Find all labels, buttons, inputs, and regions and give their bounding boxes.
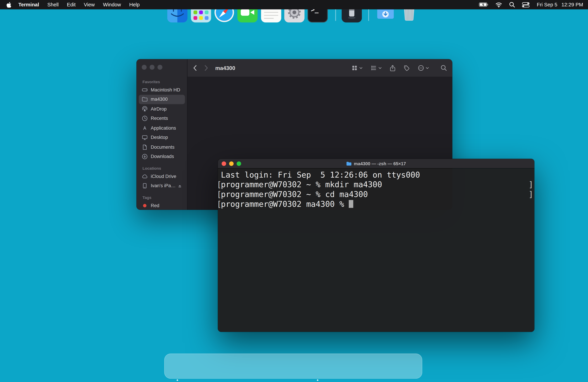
folder-icon bbox=[141, 96, 148, 102]
back-button[interactable] bbox=[193, 65, 197, 71]
more-actions-button[interactable] bbox=[418, 65, 429, 71]
chevron-down-icon bbox=[426, 67, 429, 69]
group-list-icon bbox=[370, 65, 377, 71]
sidebar-item-downloads[interactable]: Downloads bbox=[139, 152, 185, 161]
spotlight-icon[interactable] bbox=[509, 2, 515, 8]
ellipsis-circle-icon bbox=[418, 65, 424, 71]
view-options-button[interactable] bbox=[351, 65, 362, 71]
sidebar-item-label: AirDrop bbox=[151, 106, 167, 112]
search-button[interactable] bbox=[441, 65, 447, 71]
sidebar-item-label: Applications bbox=[151, 125, 176, 131]
sidebar-item-tag-red[interactable]: Red bbox=[139, 201, 185, 210]
terminal-line: [programmer@W70302 ~ % cd ma4300] bbox=[219, 190, 534, 199]
download-circle-icon bbox=[141, 154, 148, 160]
chevron-down-icon bbox=[359, 67, 363, 69]
ipad-icon bbox=[141, 183, 148, 189]
sidebar-item-label: Macintosh HD bbox=[151, 87, 180, 93]
applications-icon bbox=[141, 125, 148, 131]
terminal-line: Last login: Fri Sep 5 12:26:06 on ttys00… bbox=[219, 170, 534, 180]
sidebar-item-label: iCloud Drive bbox=[151, 174, 176, 179]
wifi-icon[interactable] bbox=[496, 2, 502, 8]
menu-help[interactable]: Help bbox=[125, 0, 144, 9]
eject-icon[interactable] bbox=[177, 183, 182, 188]
menu-app-name[interactable]: Terminal bbox=[14, 0, 43, 9]
menu-view[interactable]: View bbox=[80, 0, 99, 9]
sidebar-item-label: Ivan's iPa… bbox=[151, 183, 176, 189]
menu-bar: Terminal Shell Edit View Window Help Fri… bbox=[0, 0, 588, 9]
sidebar-item-recents[interactable]: Recents bbox=[139, 114, 185, 123]
menu-edit[interactable]: Edit bbox=[63, 0, 80, 9]
sidebar-item-label: Recents bbox=[151, 116, 168, 121]
finder-window-title: ma4300 bbox=[215, 65, 235, 71]
minimize-button[interactable] bbox=[149, 65, 154, 69]
terminal-window[interactable]: ma4300 — -zsh — 65×17 Last login: Fri Se… bbox=[218, 159, 534, 332]
minimize-button[interactable] bbox=[229, 161, 233, 166]
running-indicator-finder bbox=[177, 380, 178, 381]
sidebar-item-desktop[interactable]: Desktop bbox=[139, 133, 185, 142]
red-tag-icon bbox=[141, 203, 148, 209]
menu-shell[interactable]: Shell bbox=[43, 0, 63, 9]
menu-date: Fri Sep 5 bbox=[537, 2, 557, 8]
sidebar-header-favorites: Favorites bbox=[143, 79, 187, 84]
airdrop-icon bbox=[141, 106, 148, 112]
share-icon bbox=[390, 65, 396, 71]
menu-time: 12:29 PM bbox=[562, 2, 583, 8]
zoom-button[interactable] bbox=[158, 65, 162, 69]
clock-icon bbox=[141, 115, 148, 122]
share-button[interactable] bbox=[390, 65, 396, 71]
terminal-title-text: ma4300 — -zsh — 65×17 bbox=[354, 161, 406, 166]
folder-icon bbox=[346, 161, 352, 166]
sidebar-item-icloud-drive[interactable]: iCloud Drive bbox=[139, 172, 185, 181]
internal-drive-icon bbox=[141, 87, 148, 93]
sidebar-item-documents[interactable]: Documents bbox=[139, 142, 185, 152]
sidebar-item-label: Documents bbox=[151, 144, 174, 150]
sidebar-header-tags: Tags bbox=[143, 195, 187, 200]
terminal-titlebar[interactable]: ma4300 — -zsh — 65×17 bbox=[218, 159, 534, 169]
dock bbox=[164, 354, 422, 379]
desktop[interactable]: Terminal Shell Edit View Window Help Fri… bbox=[0, 0, 588, 382]
tags-button[interactable] bbox=[403, 65, 410, 71]
battery-icon[interactable] bbox=[479, 2, 488, 8]
control-center-icon[interactable] bbox=[522, 2, 530, 7]
sidebar-item-label: Desktop bbox=[151, 135, 168, 140]
desktop-icon bbox=[141, 134, 148, 141]
menu-clock[interactable]: Fri Sep 5 12:29 PM bbox=[537, 2, 583, 8]
sidebar-item-macintosh-hd[interactable]: Macintosh HD bbox=[139, 85, 185, 95]
sidebar-item-airdrop[interactable]: AirDrop bbox=[139, 104, 185, 114]
document-icon bbox=[141, 144, 148, 150]
running-indicator-terminal bbox=[317, 380, 318, 381]
sidebar-item-ivans-ipad[interactable]: Ivan's iPa… bbox=[139, 181, 185, 191]
finder-sidebar: Favorites Macintosh HD ma4300 AirDrop Re… bbox=[136, 59, 187, 210]
forward-button[interactable] bbox=[204, 65, 209, 71]
finder-toolbar: ma4300 bbox=[188, 59, 452, 77]
terminal-cursor bbox=[349, 200, 353, 208]
sidebar-item-label: ma4300 bbox=[151, 97, 168, 102]
terminal-window-controls bbox=[222, 161, 241, 166]
sidebar-item-applications[interactable]: Applications bbox=[139, 123, 185, 133]
sidebar-item-ma4300[interactable]: ma4300 bbox=[139, 95, 185, 104]
sidebar-item-label: Downloads bbox=[151, 154, 174, 159]
group-by-button[interactable] bbox=[370, 65, 382, 71]
tag-icon bbox=[403, 65, 410, 71]
chevron-down-icon bbox=[378, 67, 382, 69]
terminal-title: ma4300 — -zsh — 65×17 bbox=[346, 161, 406, 166]
terminal-line: [programmer@W70302 ma4300 % bbox=[219, 199, 534, 209]
finder-window-controls bbox=[142, 65, 162, 69]
menu-window[interactable]: Window bbox=[99, 0, 125, 9]
apple-menu-icon[interactable] bbox=[6, 2, 11, 8]
search-icon bbox=[441, 65, 447, 71]
zoom-button[interactable] bbox=[237, 161, 241, 166]
icon-view-icon bbox=[351, 65, 358, 71]
sidebar-header-locations: Locations bbox=[143, 166, 187, 170]
cloud-icon bbox=[141, 173, 148, 179]
sidebar-item-label: Red bbox=[151, 203, 159, 208]
terminal-line: [programmer@W70302 ~ % mkdir ma4300] bbox=[219, 180, 534, 190]
close-button[interactable] bbox=[222, 161, 226, 166]
close-button[interactable] bbox=[142, 65, 147, 69]
terminal-output[interactable]: Last login: Fri Sep 5 12:26:06 on ttys00… bbox=[218, 169, 534, 332]
